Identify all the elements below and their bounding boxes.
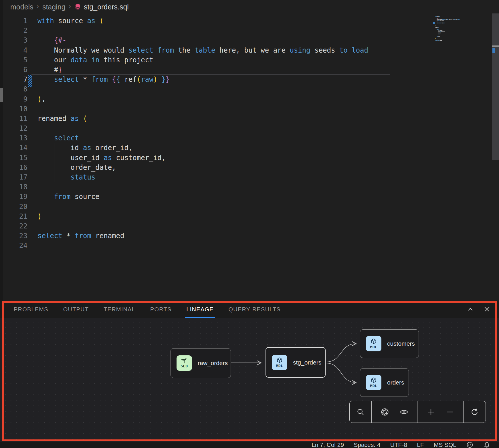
code-editor[interactable]: 1with source as (23 {#-4 Normally we wou… bbox=[3, 16, 432, 251]
encoding[interactable]: UTF-8 bbox=[390, 442, 407, 448]
left-scrollbar-thumb[interactable] bbox=[0, 88, 3, 102]
code-text: from source bbox=[37, 192, 100, 202]
code-text: renamed as ( bbox=[37, 114, 87, 124]
line-number: 12 bbox=[3, 124, 27, 133]
code-line-14[interactable]: 14 id as order_id, bbox=[3, 143, 432, 153]
lineage-node-stg-orders[interactable]: MDL stg_orders bbox=[266, 347, 326, 378]
line-number: 22 bbox=[3, 221, 27, 231]
lineage-node-raw-orders[interactable]: SED raw_orders bbox=[171, 348, 231, 378]
code-text: {#- bbox=[37, 35, 66, 45]
zoom-out-button[interactable] bbox=[444, 406, 456, 418]
tab-terminal[interactable]: TERMINAL bbox=[104, 301, 135, 318]
code-text: select * from renamed bbox=[37, 231, 124, 241]
code-line-16[interactable]: 16 order_date, bbox=[3, 163, 432, 172]
code-text: id as order_id, bbox=[37, 143, 132, 153]
code-text: user_id as customer_id, bbox=[37, 153, 166, 163]
line-number: 10 bbox=[3, 104, 27, 114]
tab-query-results[interactable]: QUERY RESULTS bbox=[229, 301, 281, 318]
line-number: 17 bbox=[3, 172, 27, 182]
search-button[interactable] bbox=[355, 406, 366, 418]
scrollbar-change-marker bbox=[492, 48, 495, 53]
code-text: status bbox=[37, 172, 95, 182]
database-icon bbox=[74, 3, 81, 10]
code-line-2[interactable]: 2 bbox=[3, 26, 432, 35]
code-line-9[interactable]: 9), bbox=[3, 94, 432, 104]
indent-guide bbox=[38, 26, 38, 75]
code-line-19[interactable]: 19 from source bbox=[3, 192, 432, 202]
code-line-23[interactable]: 23select * from renamed bbox=[3, 231, 432, 241]
code-line-17[interactable]: 17 status bbox=[3, 172, 432, 182]
refresh-icon bbox=[470, 407, 479, 417]
refresh-button[interactable] bbox=[469, 406, 480, 418]
lineage-node-orders[interactable]: MDL orders bbox=[360, 368, 409, 397]
breadcrumb-file[interactable]: stg_orders.sql bbox=[74, 3, 129, 11]
visibility-button[interactable] bbox=[398, 406, 410, 418]
close-icon[interactable] bbox=[483, 305, 491, 313]
code-line-22[interactable]: 22 bbox=[3, 221, 432, 231]
code-line-24[interactable]: 24 bbox=[3, 241, 432, 250]
code-text: with source as ( bbox=[37, 16, 104, 26]
zoom-in-button[interactable] bbox=[425, 406, 437, 418]
toolbar-section bbox=[463, 401, 486, 423]
code-line-20[interactable]: 20 bbox=[3, 202, 432, 212]
code-line-5[interactable]: 5 our data in this project bbox=[3, 55, 432, 65]
status-bar: Ln 7, Col 29 Spaces: 4 UTF-8 LF MS SQL bbox=[0, 442, 499, 448]
code-text: our data in this project bbox=[37, 55, 153, 65]
toolbar-section bbox=[371, 401, 417, 423]
line-number: 4 bbox=[3, 45, 27, 55]
breadcrumb-models[interactable]: models bbox=[10, 3, 33, 11]
code-line-18[interactable]: 18 bbox=[3, 182, 432, 192]
aperture-icon bbox=[380, 407, 389, 417]
code-line-11[interactable]: 11renamed as ( bbox=[3, 114, 432, 124]
cube-icon bbox=[371, 377, 377, 383]
code-line-6[interactable]: 6 #} bbox=[3, 65, 432, 75]
notification-bell-icon[interactable] bbox=[483, 441, 490, 448]
code-line-3[interactable]: 3 {#- bbox=[3, 35, 432, 45]
eol-setting[interactable]: LF bbox=[417, 442, 424, 448]
code-line-8[interactable]: 8 bbox=[3, 84, 432, 94]
tab-problems[interactable]: PROBLEMS bbox=[14, 301, 48, 318]
line-number: 7 bbox=[3, 75, 27, 84]
tab-ports[interactable]: PORTS bbox=[150, 301, 172, 318]
line-number: 20 bbox=[3, 202, 27, 212]
code-line-15[interactable]: 15 user_id as customer_id, bbox=[3, 153, 432, 163]
code-text: order_date, bbox=[37, 163, 116, 172]
toolbar-section bbox=[417, 401, 463, 423]
indent-guide bbox=[54, 143, 54, 182]
code-text: select * from {{ ref(raw) }} bbox=[37, 75, 170, 84]
tab-output[interactable]: OUTPUT bbox=[63, 301, 89, 318]
cursor-position[interactable]: Ln 7, Col 29 bbox=[312, 442, 344, 448]
indentation-setting[interactable]: Spaces: 4 bbox=[354, 442, 380, 448]
badge-label: MDL bbox=[276, 364, 283, 368]
aperture-button[interactable] bbox=[379, 406, 391, 418]
lineage-node-customers[interactable]: MDL customers bbox=[360, 329, 419, 358]
feedback-face-icon[interactable] bbox=[466, 441, 474, 448]
panel-tab-bar: PROBLEMS OUTPUT TERMINAL PORTS LINEAGE Q… bbox=[0, 301, 499, 318]
cube-icon bbox=[371, 338, 377, 345]
line-number: 11 bbox=[3, 114, 27, 124]
node-label: orders bbox=[387, 379, 404, 386]
code-line-10[interactable]: 10 bbox=[3, 104, 432, 114]
scrollbar-ruler-bar bbox=[492, 45, 499, 47]
code-line-7[interactable]: 7 select * from {{ ref(raw) }} bbox=[3, 75, 432, 84]
line-number: 1 bbox=[3, 16, 27, 26]
chevron-up-icon[interactable] bbox=[466, 305, 474, 313]
editor-scrollbar[interactable] bbox=[492, 13, 499, 160]
language-mode[interactable]: MS SQL bbox=[434, 442, 456, 448]
code-line-21[interactable]: 21) bbox=[3, 212, 432, 221]
breadcrumb-filename: stg_orders.sql bbox=[84, 3, 129, 11]
minimap[interactable] bbox=[433, 16, 488, 45]
line-number: 6 bbox=[3, 65, 27, 75]
lineage-graph[interactable]: SED raw_orders MDL stg_orders bbox=[0, 318, 499, 442]
code-line-13[interactable]: 13 select bbox=[3, 133, 432, 143]
code-line-4[interactable]: 4 Normally we would select from the tabl… bbox=[3, 45, 432, 55]
line-number: 19 bbox=[3, 192, 27, 202]
breadcrumb-staging[interactable]: staging bbox=[42, 3, 66, 11]
breadcrumb: models › staging › stg_orders.sql bbox=[10, 2, 129, 12]
code-line-12[interactable]: 12 bbox=[3, 124, 432, 133]
cube-icon bbox=[276, 357, 283, 363]
tab-lineage[interactable]: LINEAGE bbox=[186, 301, 213, 318]
lineage-edges bbox=[0, 318, 499, 442]
code-line-1[interactable]: 1with source as ( bbox=[3, 16, 432, 26]
line-number: 5 bbox=[3, 55, 27, 65]
